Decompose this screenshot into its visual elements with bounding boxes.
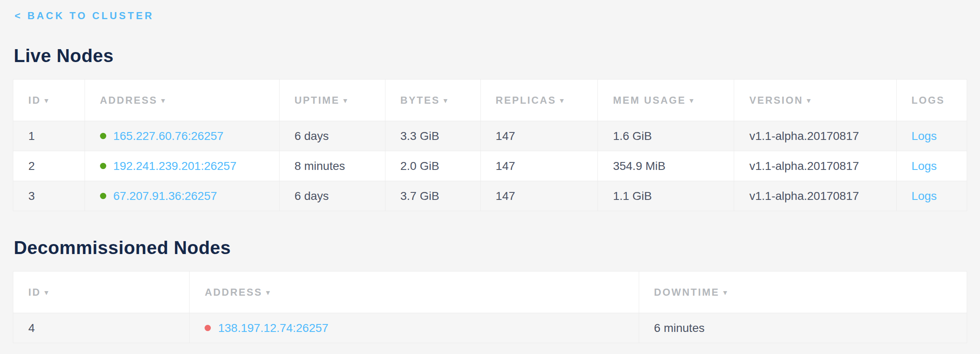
node-logs-link[interactable]: Logs <box>912 160 937 172</box>
node-uptime: 6 days <box>295 130 329 142</box>
node-logs-link[interactable]: Logs <box>912 189 937 202</box>
sort-arrow-icon: ▾ <box>45 97 50 105</box>
node-bytes: 2.0 GiB <box>400 160 439 172</box>
column-header-bytes[interactable]: BYTES▾ <box>385 80 480 121</box>
sort-arrow-icon: ▾ <box>161 97 166 105</box>
column-label: ID <box>28 95 41 106</box>
node-uptime: 8 minutes <box>295 160 345 172</box>
node-id: 1 <box>28 130 35 142</box>
live-nodes-table-header: ID▾ ADDRESS▾ UPTIME▾ BYTES▾ REPLICAS▾ ME… <box>13 80 967 121</box>
sort-arrow-icon: ▾ <box>45 289 50 297</box>
node-downtime: 6 minutes <box>654 322 705 334</box>
node-version: v1.1-alpha.20170817 <box>749 189 859 202</box>
column-label: ID <box>28 287 41 298</box>
column-header-replicas[interactable]: REPLICAS▾ <box>480 80 598 121</box>
column-label: VERSION <box>749 95 803 106</box>
node-id: 4 <box>28 322 35 334</box>
node-logs-link[interactable]: Logs <box>912 130 937 142</box>
table-row-node-2: 2 192.241.239.201:26257 8 minutes 2.0 Gi… <box>13 151 967 181</box>
column-header-uptime[interactable]: UPTIME▾ <box>279 80 385 121</box>
live-nodes-table: ID▾ ADDRESS▾ UPTIME▾ BYTES▾ REPLICAS▾ ME… <box>13 79 967 211</box>
decommissioned-nodes-table-header: ID▾ ADDRESS▾ DOWNTIME▾ <box>13 272 967 313</box>
node-address-link[interactable]: 165.227.60.76:26257 <box>113 130 224 142</box>
column-label: LOGS <box>912 95 945 106</box>
table-row-node-4: 4 138.197.12.74:26257 6 minutes <box>13 313 967 343</box>
header-row: ID▾ ADDRESS▾ UPTIME▾ BYTES▾ REPLICAS▾ ME… <box>13 80 967 121</box>
node-replicas: 147 <box>496 189 515 202</box>
column-label: ADDRESS <box>205 287 262 298</box>
column-label: REPLICAS <box>496 95 556 106</box>
column-header-version[interactable]: VERSION▾ <box>734 80 896 121</box>
column-label: UPTIME <box>295 95 340 106</box>
node-address-link[interactable]: 192.241.239.201:26257 <box>113 160 237 172</box>
column-header-id[interactable]: ID▾ <box>13 80 85 121</box>
live-nodes-title: Live Nodes <box>14 45 967 67</box>
node-mem-usage: 1.6 GiB <box>613 130 652 142</box>
nodes-page: < BACK TO CLUSTER Live Nodes ID▾ ADDRESS… <box>0 0 980 343</box>
sort-arrow-icon: ▾ <box>560 97 565 105</box>
node-id: 3 <box>28 189 35 202</box>
sort-arrow-icon: ▾ <box>266 289 271 297</box>
node-replicas: 147 <box>496 130 515 142</box>
column-header-address[interactable]: ADDRESS▾ <box>85 80 279 121</box>
sort-arrow-icon: ▾ <box>723 289 728 297</box>
node-mem-usage: 1.1 GiB <box>613 189 652 202</box>
node-replicas: 147 <box>496 160 515 172</box>
node-version: v1.1-alpha.20170817 <box>749 130 859 142</box>
column-header-mem-usage[interactable]: MEM USAGE▾ <box>598 80 734 121</box>
node-id: 2 <box>28 160 35 172</box>
header-row: ID▾ ADDRESS▾ DOWNTIME▾ <box>13 272 967 313</box>
column-header-downtime[interactable]: DOWNTIME▾ <box>639 272 967 313</box>
column-label: ADDRESS <box>100 95 158 106</box>
decommissioned-nodes-title: Decommissioned Nodes <box>14 237 967 259</box>
decommissioned-nodes-table-body: 4 138.197.12.74:26257 6 minutes <box>13 313 967 343</box>
column-header-id[interactable]: ID▾ <box>13 272 190 313</box>
node-live-status-icon <box>100 133 106 139</box>
column-header-logs: LOGS <box>896 80 967 121</box>
node-uptime: 6 days <box>295 189 329 202</box>
node-live-status-icon <box>100 163 106 169</box>
node-bytes: 3.3 GiB <box>400 130 439 142</box>
node-address-link[interactable]: 67.207.91.36:26257 <box>113 189 217 202</box>
sort-arrow-icon: ▾ <box>343 97 348 105</box>
node-address-link[interactable]: 138.197.12.74:26257 <box>218 322 328 334</box>
node-live-status-icon <box>100 193 106 199</box>
live-nodes-table-body: 1 165.227.60.76:26257 6 days 3.3 GiB 147… <box>13 121 967 211</box>
node-version: v1.1-alpha.20170817 <box>749 160 859 172</box>
sort-arrow-icon: ▾ <box>444 97 449 105</box>
column-label: DOWNTIME <box>654 287 720 298</box>
sort-arrow-icon: ▾ <box>690 97 695 105</box>
node-mem-usage: 354.9 MiB <box>613 160 665 172</box>
column-header-address[interactable]: ADDRESS▾ <box>190 272 639 313</box>
table-row-node-1: 1 165.227.60.76:26257 6 days 3.3 GiB 147… <box>13 121 967 151</box>
decommissioned-nodes-table: ID▾ ADDRESS▾ DOWNTIME▾ 4 138.197.12.74:2… <box>13 271 967 343</box>
sort-arrow-icon: ▾ <box>807 97 812 105</box>
column-label: BYTES <box>400 95 440 106</box>
table-row-node-3: 3 67.207.91.36:26257 6 days 3.7 GiB 147 … <box>13 181 967 211</box>
node-bytes: 3.7 GiB <box>400 189 439 202</box>
node-dead-status-icon <box>205 325 211 331</box>
back-to-cluster-link[interactable]: < BACK TO CLUSTER <box>15 10 154 22</box>
column-label: MEM USAGE <box>613 95 686 106</box>
